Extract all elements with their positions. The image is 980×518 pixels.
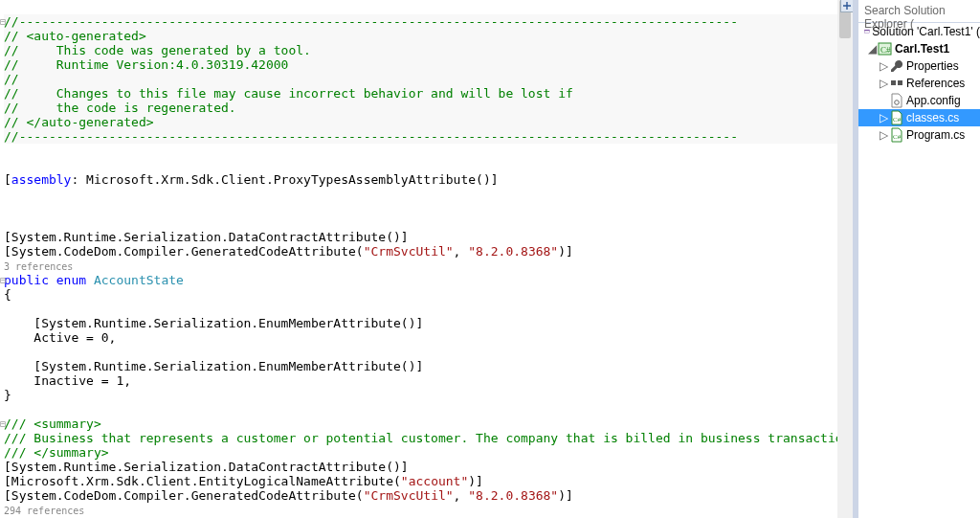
csharp-file-icon: C# bbox=[889, 127, 904, 143]
csharp-file-icon: C# bbox=[889, 110, 904, 125]
comment-line: // bbox=[4, 72, 19, 86]
code-line: Inactive = 1, bbox=[4, 373, 131, 388]
file-node-appconfig[interactable]: App.config bbox=[858, 92, 980, 109]
chevron-collapsed-icon[interactable]: ▷ bbox=[878, 111, 889, 124]
references-node[interactable]: ▷ References bbox=[858, 75, 980, 92]
solution-icon bbox=[864, 24, 870, 39]
chevron-collapsed-icon[interactable]: ▷ bbox=[878, 59, 889, 73]
fold-toggle[interactable]: ⊟ bbox=[0, 14, 6, 29]
ide-root: ⊟//-------------------------------------… bbox=[0, 0, 980, 518]
code-line: [System.Runtime.Serialization.EnumMember… bbox=[4, 359, 423, 373]
chevron-collapsed-icon[interactable]: ▷ bbox=[878, 128, 889, 142]
project-node[interactable]: ◢ C# Carl.Test1 bbox=[858, 40, 980, 57]
fold-toggle[interactable]: ⊟ bbox=[0, 417, 6, 431]
comment-line: //--------------------------------------… bbox=[4, 14, 738, 29]
code-line: [System.CodeDom.Compiler.GeneratedCodeAt… bbox=[4, 244, 573, 259]
editor-scrollbar-vertical[interactable] bbox=[837, 0, 853, 518]
references-label: References bbox=[906, 77, 965, 90]
code-area[interactable]: ⊟//-------------------------------------… bbox=[0, 0, 853, 518]
properties-node[interactable]: ▷ Properties bbox=[858, 57, 980, 75]
file-node-program[interactable]: ▷ C# Program.cs bbox=[858, 126, 980, 144]
config-file-icon bbox=[889, 93, 904, 108]
comment-line: //--------------------------------------… bbox=[4, 129, 738, 144]
comment-line: // </auto-generated> bbox=[4, 115, 154, 129]
comment-line: // Runtime Version:4.0.30319.42000 bbox=[4, 57, 288, 72]
code-line: [Microsoft.Xrm.Sdk.Client.EntityLogicalN… bbox=[4, 474, 483, 488]
svg-text:C#: C# bbox=[880, 45, 891, 55]
svg-text:C#: C# bbox=[893, 116, 902, 124]
csharp-project-icon: C# bbox=[878, 41, 893, 56]
code-editor-pane[interactable]: ⊟//-------------------------------------… bbox=[0, 0, 853, 518]
plus-icon bbox=[842, 1, 852, 11]
split-drop-button[interactable] bbox=[840, 0, 853, 12]
code-line: [System.CodeDom.Compiler.GeneratedCodeAt… bbox=[4, 488, 573, 503]
file-node-classes[interactable]: ▷ C# classes.cs bbox=[858, 109, 980, 126]
file-label: Program.cs bbox=[906, 128, 965, 142]
solution-explorer-pane: Search Solution Explorer ( Solution 'Car… bbox=[858, 0, 980, 518]
comment-line: // the code is regenerated. bbox=[4, 101, 236, 115]
file-label: App.config bbox=[906, 94, 961, 107]
comment-line: /// <summary> bbox=[4, 417, 101, 431]
chevron-collapsed-icon[interactable]: ▷ bbox=[878, 77, 889, 90]
code-line: } bbox=[4, 388, 11, 402]
svg-rect-4 bbox=[891, 80, 896, 85]
codelens-references[interactable]: 294 references bbox=[4, 506, 84, 516]
solution-node[interactable]: Solution 'Carl.Test1' ( bbox=[858, 23, 980, 40]
code-line: [System.Runtime.Serialization.EnumMember… bbox=[4, 316, 423, 330]
code-line: [System.Runtime.Serialization.DataContra… bbox=[4, 460, 409, 474]
fold-toggle[interactable]: ⊟ bbox=[0, 273, 6, 287]
wrench-icon bbox=[889, 58, 904, 74]
code-line: [System.Runtime.Serialization.DataContra… bbox=[4, 230, 409, 244]
comment-line: /// Business that represents a customer … bbox=[4, 431, 853, 445]
chevron-expanded-icon[interactable]: ◢ bbox=[866, 42, 878, 56]
pane-splitter[interactable] bbox=[853, 0, 858, 518]
solution-label: Solution 'Carl.Test1' ( bbox=[872, 25, 980, 38]
codelens-references[interactable]: 3 references bbox=[4, 261, 73, 272]
code-line: [assembly: Microsoft.Xrm.Sdk.Client.Prox… bbox=[4, 172, 499, 187]
svg-rect-1 bbox=[865, 30, 870, 31]
comment-line: // This code was generated by a tool. bbox=[4, 43, 311, 57]
comment-line: // Changes to this file may cause incorr… bbox=[4, 86, 573, 101]
project-label: Carl.Test1 bbox=[895, 42, 949, 56]
solution-tree[interactable]: Solution 'Carl.Test1' ( ◢ C# Carl.Test1 … bbox=[858, 23, 980, 518]
comment-line: /// </summary> bbox=[4, 445, 109, 460]
code-line: { bbox=[4, 287, 11, 302]
solution-search-input[interactable]: Search Solution Explorer ( bbox=[858, 0, 980, 23]
svg-text:C#: C# bbox=[893, 133, 902, 141]
properties-label: Properties bbox=[906, 59, 959, 73]
comment-line: // <auto-generated> bbox=[4, 29, 146, 43]
references-icon bbox=[889, 76, 904, 91]
code-line: public enum AccountState bbox=[4, 273, 184, 287]
code-line: Active = 0, bbox=[4, 330, 116, 345]
svg-rect-5 bbox=[898, 80, 902, 85]
file-label: classes.cs bbox=[906, 111, 959, 124]
